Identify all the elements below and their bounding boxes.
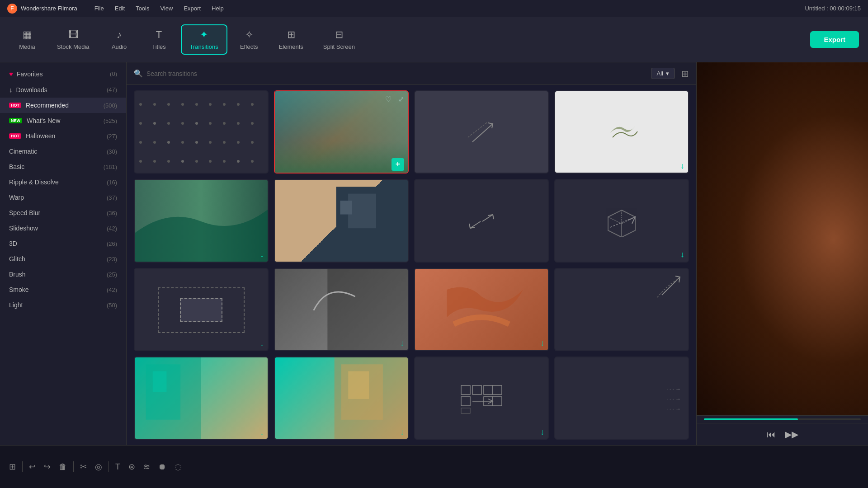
svg-rect-20 (461, 385, 470, 394)
sidebar-item-halloween[interactable]: HOT Halloween (27) (0, 128, 126, 144)
toolbar-effects-label: Effects (240, 43, 258, 50)
moverect1-thumb: ↓ (415, 357, 548, 440)
search-input[interactable] (146, 70, 647, 77)
push-download-icon[interactable]: ↓ (260, 427, 264, 437)
delete-button[interactable]: 🗑 (57, 460, 69, 474)
sidebar-item-speed-blur[interactable]: Speed Blur (36) (0, 205, 126, 221)
flash-download-icon[interactable]: ↓ (680, 161, 684, 171)
sidebar-item-downloads[interactable]: ↓ Downloads (47) (0, 82, 126, 98)
sidebar-item-light[interactable]: Light (50) (0, 297, 126, 313)
transition-fliproll3[interactable]: · · · → · · · → · · · → Flip Roll 3 (554, 357, 689, 440)
rollrighttop-thumb (555, 269, 688, 351)
sidebar-item-whats-new[interactable]: NEW What's New (525) (0, 113, 126, 128)
add-button[interactable]: + (392, 158, 404, 171)
menu-export[interactable]: Export (179, 3, 205, 14)
transition-dispersionblur[interactable]: ↓ Dispersion Blur (414, 268, 549, 351)
sidebar-recommended-count: (500) (104, 102, 117, 109)
sidebar-item-slideshow[interactable]: Slideshow (42) (0, 221, 126, 236)
sidebar-item-smoke[interactable]: Smoke (42) (0, 282, 126, 297)
audio-icon: ♪ (117, 29, 122, 41)
text-tool[interactable]: T (113, 460, 122, 474)
toolbar-stock-label: Stock Media (57, 43, 90, 50)
progress-track[interactable] (704, 418, 861, 420)
favorite-icon[interactable]: ♡ (385, 95, 392, 103)
sidebar-halloween-count: (27) (107, 133, 117, 140)
sidebar-item-brush[interactable]: Brush (25) (0, 267, 126, 282)
timeline-divider-3 (108, 461, 109, 472)
sidebar-item-recommended[interactable]: HOT Recommended (500) (0, 98, 126, 113)
undo-button[interactable]: ↩ (27, 460, 38, 474)
record-tool[interactable]: ⏺ (156, 460, 168, 474)
sidebar-item-cinematic[interactable]: Cinematic (30) (0, 144, 126, 159)
menu-view[interactable]: View (156, 3, 177, 14)
transition-morph[interactable]: ↓ Morph (134, 268, 269, 351)
toolbar-effects[interactable]: ✧ Effects (231, 25, 267, 54)
moverect1-download-icon[interactable]: ↓ (540, 427, 544, 437)
filter-dropdown[interactable]: All ▾ (651, 68, 675, 79)
sidebar-item-warp[interactable]: Warp (37) (0, 190, 126, 205)
morph-download-icon[interactable]: ↓ (260, 338, 264, 348)
toolbar-transitions[interactable]: ✦ Transitions (181, 24, 227, 55)
transition-pagecurl[interactable]: Page Curl (414, 90, 549, 174)
timeline-grid-icon[interactable]: ⊞ (7, 460, 18, 474)
toolbar-titles[interactable]: T Titles (141, 25, 177, 54)
toolbar-media[interactable]: ▦ Media (9, 25, 45, 54)
cube-download-icon[interactable]: ↓ (680, 250, 684, 259)
transition-push[interactable]: ↓ Push (134, 357, 269, 440)
fade-download-icon[interactable]: ↓ (260, 250, 264, 259)
grid-view-icon[interactable]: ⊞ (681, 68, 689, 79)
sidebar-3d-count: (26) (107, 240, 117, 247)
menu-file[interactable]: File (90, 3, 108, 14)
redo-button[interactable]: ↪ (42, 460, 52, 474)
toolbar-elements[interactable]: ⊞ Elements (271, 25, 311, 54)
transition-rollrighttop[interactable]: Roll Right Top (554, 268, 689, 351)
menu-help[interactable]: Help (207, 3, 228, 14)
stabilize-tool[interactable]: ◌ (173, 460, 184, 474)
menu-tools[interactable]: Tools (131, 3, 154, 14)
svg-rect-23 (493, 385, 502, 394)
transitions-icon: ✦ (200, 29, 208, 41)
transition-moverect1[interactable]: ↓ Move Rectangle 1 (414, 357, 549, 440)
export-button[interactable]: Export (810, 31, 859, 48)
transition-flash[interactable]: ↓ Flash (554, 90, 689, 174)
magnet-tool[interactable]: ◎ (93, 460, 104, 474)
toolbar-audio[interactable]: ♪ Audio (101, 25, 137, 54)
toolbar-stock-media[interactable]: 🎞 Stock Media (49, 25, 98, 54)
sidebar-item-ripple[interactable]: Ripple & Dissolve (16) (0, 174, 126, 190)
app-logo-icon: F (7, 4, 17, 14)
transition-crosszoom[interactable]: Cross Zoom (414, 179, 549, 262)
toolbar-split-label: Split Screen (323, 43, 355, 50)
transition-fadegrayscale[interactable]: ↓ Fade Grayscale (274, 268, 409, 351)
sidebar-item-basic[interactable]: Basic (181) (0, 159, 126, 174)
dispersionblur-download-icon[interactable]: ↓ (540, 338, 544, 348)
sidebar-cinematic-count: (30) (107, 148, 117, 155)
cut-tool[interactable]: ✂ (78, 460, 89, 474)
eraseslide-download-icon[interactable]: ↓ (400, 427, 404, 437)
transition-fade[interactable]: ↓ Fade (134, 179, 269, 262)
transition-evaporate2[interactable]: ♡ ⤢ + Evaporate 2 (274, 90, 409, 174)
sidebar-item-favorites[interactable]: ♥ Favorites (0) (0, 66, 126, 82)
transition-erase[interactable]: Erase (274, 179, 409, 262)
sidebar-item-3d[interactable]: 3D (26) (0, 236, 126, 251)
split-screen-icon: ⊟ (335, 29, 343, 41)
transition-dissolve[interactable]: Dissolve (134, 90, 269, 174)
adjust-tool[interactable]: ⊜ (127, 460, 137, 474)
transition-eraseslide[interactable]: ↓ Erase Slide (274, 357, 409, 440)
expand-icon[interactable]: ⤢ (398, 95, 404, 103)
new-badge: NEW (9, 118, 22, 123)
toolbar-transitions-label: Transitions (190, 43, 218, 50)
sidebar-downloads-label: Downloads (16, 86, 47, 94)
menu-edit[interactable]: Edit (110, 3, 129, 14)
sidebar-ripple-label: Ripple & Dissolve (9, 178, 59, 186)
sidebar-favorites-count: (0) (110, 70, 117, 77)
play-button[interactable]: ▶▶ (785, 429, 798, 440)
rewind-button[interactable]: ⏮ (767, 429, 776, 440)
transition-cube[interactable]: ↓ Cube (554, 179, 689, 262)
sidebar-whatsnew-count: (525) (104, 117, 117, 124)
search-icon: 🔍 (134, 69, 143, 78)
sidebar-item-glitch[interactable]: Glitch (23) (0, 251, 126, 267)
right-panel: ⏮ ▶▶ (696, 62, 868, 445)
audio-wave-tool[interactable]: ≋ (142, 460, 152, 474)
fadegrayscale-download-icon[interactable]: ↓ (400, 338, 404, 348)
toolbar-split-screen[interactable]: ⊟ Split Screen (315, 25, 363, 54)
